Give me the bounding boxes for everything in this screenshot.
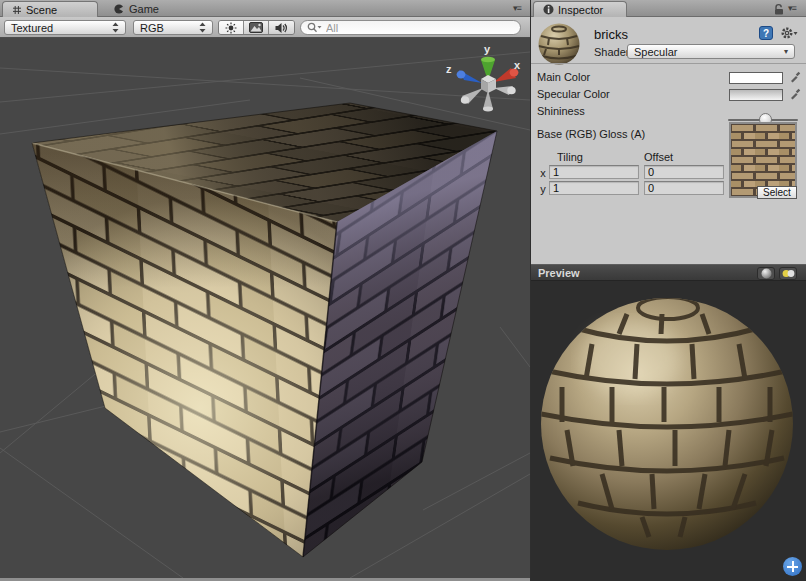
brick-cube[interactable] (32, 103, 497, 557)
main-color-swatch[interactable] (729, 72, 783, 84)
uv-row-x-axis-label: x (539, 167, 547, 179)
scene-viewport[interactable]: y z x (0, 38, 530, 578)
scene-panel: Scene Game ▾≡ Textured RGB (0, 0, 530, 581)
shininess-label: Shininess (537, 105, 585, 117)
speaker-icon (275, 22, 288, 34)
inspector-panel-menu-icon[interactable]: ▾≡ (788, 3, 796, 13)
shader-label: Shader (594, 46, 629, 58)
unity-editor-window: Scene Game ▾≡ Textured RGB (0, 0, 806, 581)
header-divider (531, 63, 806, 64)
material-preview-area[interactable] (531, 281, 806, 581)
offset-x-input[interactable] (644, 165, 724, 179)
shader-dropdown[interactable]: Specular ▾ (627, 44, 795, 59)
shader-value: Specular (634, 46, 677, 58)
channels-dropdown[interactable]: RGB (133, 20, 213, 35)
preview-title: Preview (538, 267, 580, 279)
image-icon (249, 22, 263, 33)
scene-toggle-group (218, 20, 295, 35)
sun-icon (225, 22, 237, 34)
svg-text:?: ? (763, 28, 769, 39)
scene-search-field (300, 20, 521, 35)
updown-arrows-icon (199, 22, 206, 33)
updown-arrows-icon (112, 22, 119, 33)
skybox-toggle-button[interactable] (244, 21, 269, 34)
tiling-y-input[interactable] (549, 181, 639, 195)
channels-value: RGB (140, 22, 164, 34)
specular-color-label: Specular Color (537, 88, 610, 100)
scene-panel-menu-icon[interactable]: ▾≡ (513, 3, 521, 13)
main-color-label: Main Color (537, 71, 590, 83)
help-icon[interactable]: ? (759, 26, 773, 40)
preview-light-button[interactable] (779, 267, 797, 280)
inspector-panel: Inspector ▾≡ (531, 0, 806, 581)
eyedropper-icon[interactable] (789, 88, 801, 100)
grid-icon (12, 5, 22, 15)
add-preview-button[interactable] (783, 557, 802, 576)
search-icon (307, 22, 322, 33)
gizmo-z-label: z (446, 63, 452, 75)
tiling-x-input[interactable] (549, 165, 639, 179)
audio-toggle-button[interactable] (269, 21, 294, 34)
texture-select-button[interactable]: Select (757, 186, 797, 199)
draw-mode-dropdown[interactable]: Textured (4, 20, 126, 35)
inspector-tabbar: Inspector ▾≡ (531, 0, 806, 17)
tab-game-label: Game (129, 3, 159, 15)
gizmo-x-label: x (514, 59, 521, 71)
gizmo-y-label: y (484, 43, 491, 55)
tab-scene[interactable]: Scene (2, 1, 98, 17)
gear-icon[interactable] (780, 26, 798, 40)
draw-mode-value: Textured (11, 22, 53, 34)
info-icon (543, 4, 554, 15)
preview-sphere-render (531, 281, 806, 581)
two-lights-icon (782, 269, 795, 278)
scene-toolbar: Textured RGB (0, 17, 530, 38)
sphere-icon (761, 268, 772, 279)
specular-color-swatch[interactable] (729, 89, 783, 101)
scene-3d-render: y z x (0, 38, 530, 578)
inspector-body: bricks Shader Specular ▾ ? Main Color (531, 17, 806, 264)
base-map-label: Base (RGB) Gloss (A) (537, 128, 645, 140)
eyedropper-icon[interactable] (789, 71, 801, 83)
material-name: bricks (594, 27, 628, 42)
tab-game[interactable]: Game (104, 1, 174, 17)
chevron-down-icon: ▾ (784, 47, 788, 56)
preview-mesh-button[interactable] (757, 267, 775, 280)
search-input[interactable] (326, 22, 496, 34)
offset-header: Offset (644, 151, 673, 163)
tab-inspector-label: Inspector (558, 4, 603, 16)
lighting-toggle-button[interactable] (219, 21, 244, 34)
lock-icon[interactable] (773, 3, 784, 15)
orientation-gizmo[interactable]: y z x (446, 43, 521, 111)
game-icon (113, 3, 125, 15)
tiling-header: Tiling (557, 151, 583, 163)
material-preview-thumbnail (537, 22, 581, 66)
scene-tabbar: Scene Game ▾≡ (0, 0, 530, 17)
tab-scene-label: Scene (26, 4, 57, 16)
preview-header[interactable]: Preview (531, 264, 806, 281)
offset-y-input[interactable] (644, 181, 724, 195)
uv-row-y-axis-label: y (539, 183, 547, 195)
tab-inspector[interactable]: Inspector (533, 1, 627, 17)
